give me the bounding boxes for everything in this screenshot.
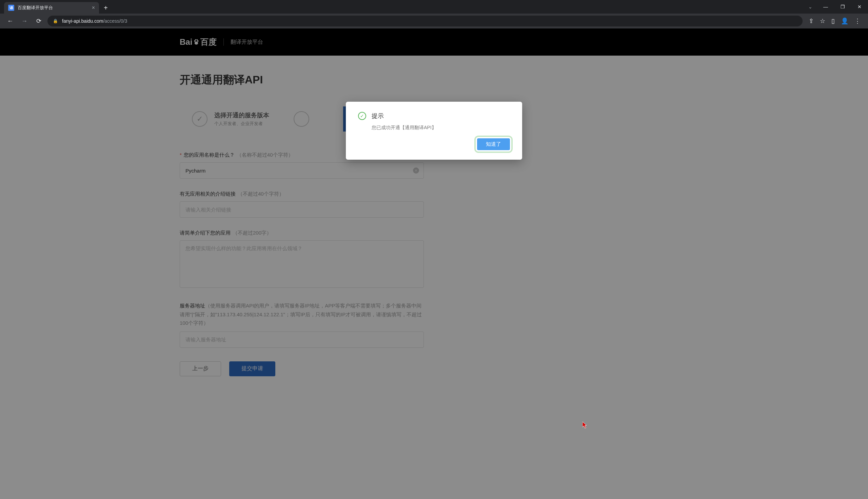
bookmark-icon[interactable]: ☆ [820,17,825,25]
tabs-dropdown-icon[interactable]: ⌄ [804,4,817,10]
address-bar: ← → ⟳ 🔒 fanyi-api.baidu.com/access/0/3 ⇪… [0,14,868,28]
success-modal: ✓ 提示 您已成功开通【通用翻译API】 知道了 [346,102,522,160]
share-icon[interactable]: ⇪ [809,17,814,25]
tab-title: 百度翻译开放平台 [17,5,88,11]
url-input[interactable]: 🔒 fanyi-api.baidu.com/access/0/3 [48,16,803,26]
reload-button[interactable]: ⟳ [33,16,44,26]
profile-icon[interactable]: 👤 [841,17,848,25]
new-tab-button[interactable]: + [104,4,108,12]
modal-message: 您已成功开通【通用翻译API】 [371,125,510,131]
browser-tab[interactable]: 译 百度翻译开放平台 × [4,2,99,14]
browser-tab-strip: 译 百度翻译开放平台 × + ⌄ — ❐ ✕ [0,0,868,14]
window-close-button[interactable]: ✕ [851,0,868,14]
window-maximize-button[interactable]: ❐ [834,0,851,14]
forward-button[interactable]: → [19,16,30,26]
success-check-icon: ✓ [358,112,366,120]
modal-confirm-button[interactable]: 知道了 [477,138,510,150]
modal-title: 提示 [371,112,384,120]
tab-close-icon[interactable]: × [92,5,95,11]
url-host: fanyi-api.baidu.com/access/0/3 [62,18,127,24]
tab-favicon: 译 [8,5,14,11]
modal-overlay[interactable] [0,28,868,499]
menu-icon[interactable]: ⋮ [854,17,860,25]
window-minimize-button[interactable]: — [817,0,834,14]
panel-icon[interactable]: ▯ [831,17,835,25]
back-button[interactable]: ← [5,16,16,26]
lock-icon: 🔒 [53,19,58,23]
